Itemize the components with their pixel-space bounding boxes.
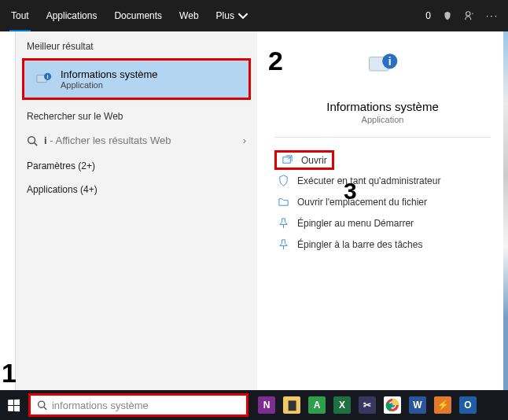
- search-input[interactable]: [52, 400, 240, 411]
- badge-icon[interactable]: [442, 10, 453, 21]
- pin-start-label: Épingler au menu Démarrer: [297, 218, 414, 229]
- count-label: 0: [425, 10, 431, 21]
- best-result-item[interactable]: i Informations système Application: [22, 58, 251, 100]
- admin-label: Exécuter en tant qu'administrateur: [297, 175, 440, 186]
- applications-row[interactable]: Applications (4+): [16, 178, 257, 201]
- taskbar-app-word[interactable]: W: [406, 393, 429, 417]
- detail-subtitle: Application: [257, 115, 508, 124]
- svg-point-0: [466, 12, 470, 16]
- callout-1: 1: [2, 358, 17, 389]
- tab-documents[interactable]: Documents: [112, 0, 164, 31]
- taskbar-app-outlook[interactable]: O: [456, 393, 480, 417]
- taskbar-app-snip[interactable]: ✂: [355, 393, 379, 417]
- system-info-icon: i: [35, 71, 53, 88]
- titlebar: Tout Applications Documents Web Plus 0 ·…: [0, 0, 508, 31]
- tab-applications[interactable]: Applications: [45, 0, 99, 31]
- start-button[interactable]: [0, 390, 27, 420]
- taskbar-app-orange[interactable]: ⚡: [431, 393, 455, 417]
- callout-3: 3: [344, 178, 357, 204]
- results-panel: Meilleur résultat i Informations système…: [16, 31, 257, 390]
- pin-icon: [278, 238, 289, 250]
- web-search-item[interactable]: i - Afficher les résultats Web ›: [16, 127, 257, 154]
- taskbar-app-chrome[interactable]: [381, 393, 404, 417]
- taskbar: N ▇ A X ✂ W ⚡ O: [0, 390, 508, 420]
- pin-start-action[interactable]: Épingler au menu Démarrer: [274, 212, 491, 234]
- tab-all[interactable]: Tout: [9, 0, 31, 31]
- open-action[interactable]: Ouvrir: [274, 150, 334, 170]
- tab-more-label: Plus: [216, 10, 234, 21]
- detail-panel: 2 i Informations système Application Ouv…: [257, 31, 508, 390]
- chevron-down-icon: [237, 10, 248, 21]
- chevron-right-icon: ›: [243, 134, 246, 146]
- folder-icon: [278, 196, 289, 208]
- location-label: Ouvrir l'emplacement du fichier: [297, 197, 427, 208]
- best-result-subtitle: Application: [61, 80, 158, 90]
- detail-title: Informations système: [257, 100, 508, 113]
- best-result-header: Meilleur résultat: [16, 31, 257, 57]
- tab-more[interactable]: Plus: [215, 0, 250, 31]
- svg-line-5: [35, 142, 38, 146]
- shield-icon: [278, 175, 289, 186]
- taskbar-app-onenote[interactable]: N: [255, 393, 278, 417]
- best-result-title: Informations système: [61, 68, 158, 80]
- search-icon: [37, 400, 47, 411]
- callout-2: 2: [268, 46, 283, 76]
- windows-logo-icon: [8, 399, 20, 411]
- pin-taskbar-label: Épingler à la barre des tâches: [297, 239, 422, 250]
- ellipsis-icon[interactable]: ···: [486, 10, 499, 21]
- open-icon: [282, 154, 293, 166]
- settings-row[interactable]: Paramètres (2+): [16, 154, 257, 178]
- chrome-icon: [385, 398, 399, 412]
- taskbar-pinned-apps: N ▇ A X ✂ W ⚡ O: [255, 393, 480, 417]
- taskbar-app-excel[interactable]: X: [330, 393, 354, 417]
- web-hint: - Afficher les résultats Web: [47, 134, 171, 146]
- search-icon: [27, 135, 38, 146]
- pin-taskbar-action[interactable]: Épingler à la barre des tâches: [274, 234, 491, 255]
- taskbar-app-green[interactable]: A: [305, 393, 329, 417]
- taskbar-app-explorer[interactable]: ▇: [280, 393, 304, 417]
- divider: [274, 137, 491, 138]
- window-right-edge: [503, 31, 508, 390]
- run-as-admin-action[interactable]: Exécuter en tant qu'administrateur: [274, 170, 491, 191]
- svg-text:i: i: [47, 74, 49, 79]
- tab-web[interactable]: Web: [178, 0, 200, 31]
- feedback-icon[interactable]: [464, 10, 475, 21]
- web-search-header: Rechercher sur le Web: [16, 101, 257, 127]
- open-location-action[interactable]: Ouvrir l'emplacement du fichier: [274, 191, 491, 212]
- taskbar-search[interactable]: [28, 393, 248, 417]
- pin-icon: [278, 217, 289, 229]
- svg-point-10: [39, 401, 45, 407]
- svg-point-4: [28, 136, 35, 143]
- svg-text:i: i: [388, 55, 391, 68]
- svg-line-11: [44, 407, 46, 409]
- system-info-large-icon: i: [366, 49, 399, 82]
- open-label: Ouvrir: [301, 155, 327, 166]
- window-left-edge: [0, 31, 16, 390]
